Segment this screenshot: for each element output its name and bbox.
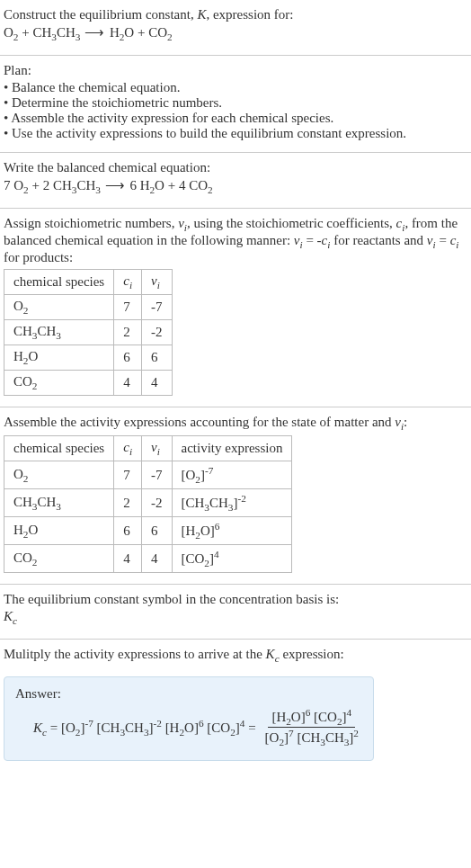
intro-text: Construct the equilibrium constant, K, e… <box>4 7 467 22</box>
unbalanced-equation: O2 + CH3CH3 ⟶ H2O + CO2 <box>4 22 467 48</box>
plan-item: Assemble the activity expression for eac… <box>4 111 467 126</box>
table-row: H2O 6 6 <box>4 345 173 371</box>
plan-label: Plan: <box>4 63 467 78</box>
intro-part2: , expression for: <box>206 7 293 22</box>
assign-text: Assign stoichiometric numbers, νi, using… <box>4 216 467 265</box>
reaction-arrow-icon: ⟶ <box>80 25 110 40</box>
assign-section: Assign stoichiometric numbers, νi, using… <box>0 209 471 407</box>
activity-table: chemical species ci νi activity expressi… <box>4 435 292 573</box>
col-nui: νi <box>142 436 173 461</box>
intro-part1: Construct the equilibrium constant, <box>4 7 197 22</box>
table-row: CH3CH3 2 -2 [CH3CH3]-2 <box>4 489 292 517</box>
col-nui: νi <box>142 270 173 295</box>
balanced-equation: 7 O2 + 2 CH3CH3 ⟶ 6 H2O + 4 CO2 <box>4 175 467 201</box>
fraction: [H2O]6 [CO2]4 [O2]7 [CH3CH3]2 <box>262 707 362 747</box>
kc-basis-text: The equilibrium constant symbol in the c… <box>4 592 467 607</box>
col-ci: ci <box>114 436 142 461</box>
col-species: chemical species <box>4 270 114 295</box>
fraction-denominator: [O2]7 [CH3CH3]2 <box>262 728 362 747</box>
reaction-arrow-icon: ⟶ <box>101 178 130 192</box>
multiply-section: Mulitply the activity expressions to arr… <box>0 640 471 671</box>
activity-text: Assemble the activity expressions accoun… <box>4 415 467 432</box>
answer-box: Answer: Kc = [O2]-7 [CH3CH3]-2 [H2O]6 [C… <box>4 676 374 761</box>
multiply-text: Mulitply the activity expressions to arr… <box>4 647 467 664</box>
table-row: H2O 6 6 [H2O]6 <box>4 517 292 545</box>
kc-basis-section: The equilibrium constant symbol in the c… <box>0 585 471 640</box>
plan-item: Use the activity expressions to build th… <box>4 126 467 141</box>
table-row: CO2 4 4 [CO2]4 <box>4 545 292 573</box>
plan-item: Balance the chemical equation. <box>4 80 467 95</box>
table-header-row: chemical species ci νi <box>4 270 173 295</box>
plan-list: Balance the chemical equation. Determine… <box>4 80 467 141</box>
plan-section: Plan: Balance the chemical equation. Det… <box>0 56 471 153</box>
stoichiometric-table: chemical species ci νi O2 7 -7 CH3CH3 2 … <box>4 269 173 396</box>
table-row: O2 7 -7 [O2]-7 <box>4 461 292 489</box>
answer-label: Answer: <box>15 686 362 702</box>
activity-section: Assemble the activity expressions accoun… <box>0 407 471 585</box>
col-species: chemical species <box>4 436 114 461</box>
fraction-numerator: [H2O]6 [CO2]4 <box>268 707 355 728</box>
balanced-section: Write the balanced chemical equation: 7 … <box>0 153 471 209</box>
intro-k: K <box>197 7 206 22</box>
kc-expression: Kc = [O2]-7 [CH3CH3]-2 [H2O]6 [CO2]4 = [… <box>15 707 362 747</box>
kc-symbol: Kc <box>4 607 467 631</box>
plan-item: Determine the stoichiometric numbers. <box>4 95 467 111</box>
intro-section: Construct the equilibrium constant, K, e… <box>0 0 471 56</box>
col-ci: ci <box>114 270 142 295</box>
table-row: O2 7 -7 <box>4 295 173 320</box>
balanced-label: Write the balanced chemical equation: <box>4 160 467 175</box>
table-row: CO2 4 4 <box>4 371 173 396</box>
table-header-row: chemical species ci νi activity expressi… <box>4 436 292 461</box>
col-activity: activity expression <box>172 436 292 461</box>
table-row: CH3CH3 2 -2 <box>4 320 173 345</box>
